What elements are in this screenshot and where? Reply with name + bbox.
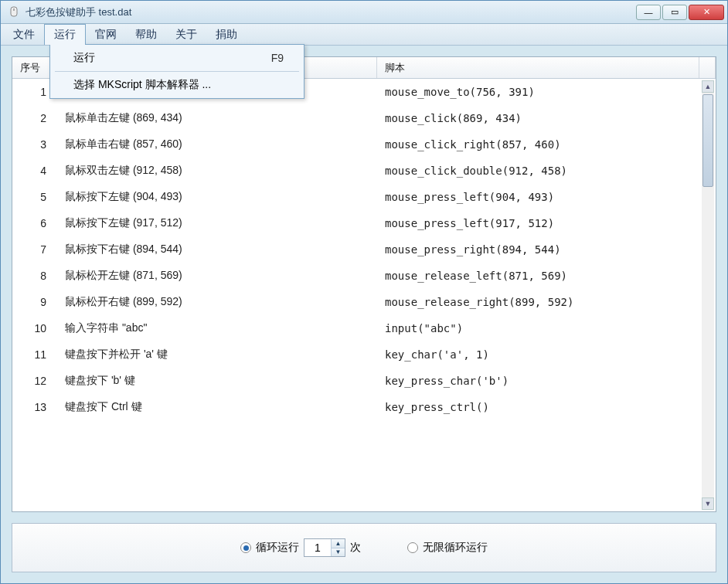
row-script: mouse_press_left(917, 512)	[377, 217, 716, 229]
menu-website[interactable]: 官网	[86, 24, 126, 45]
app-window: 七彩色按键助手 test.dat — ▭ ✕ 文件 运行 官网 帮助 关于 捐助…	[0, 0, 728, 584]
vertical-scrollbar[interactable]: ▲ ▼	[702, 80, 714, 510]
row-index: 10	[12, 322, 57, 334]
row-script: key_char('a', 1)	[377, 348, 716, 361]
svg-rect-0	[11, 7, 17, 16]
row-index: 2	[12, 112, 57, 124]
row-action: 鼠标双击左键 (912, 458)	[57, 164, 377, 178]
table-row[interactable]: 6鼠标按下左键 (917, 512)mouse_press_left(917, …	[12, 210, 716, 236]
row-action: 鼠标单击左键 (869, 434)	[57, 111, 377, 125]
menu-file[interactable]: 文件	[4, 24, 44, 45]
row-index: 6	[12, 217, 57, 229]
loop-count-input[interactable]	[304, 539, 331, 556]
menu-run[interactable]: 运行	[44, 24, 86, 45]
footer-panel: 循环运行 ▲ ▼ 次 无限循环运行	[12, 523, 716, 572]
row-action: 鼠标按下左键 (904, 493)	[57, 190, 377, 204]
row-action: 键盘按下并松开 'a' 键	[57, 348, 377, 362]
titlebar[interactable]: 七彩色按键助手 test.dat — ▭ ✕	[1, 1, 727, 24]
window-controls: — ▭ ✕	[636, 5, 724, 20]
row-script: key_press_char('b')	[377, 375, 716, 387]
table-row[interactable]: 7鼠标按下右键 (894, 544)mouse_press_right(894,…	[12, 236, 716, 263]
row-index: 13	[12, 401, 57, 413]
scroll-thumb[interactable]	[702, 94, 713, 187]
app-icon	[9, 6, 21, 19]
table-row[interactable]: 13键盘按下 Ctrl 键key_press_ctrl()	[12, 394, 716, 420]
loop-label-suffix: 次	[350, 541, 361, 555]
maximize-button[interactable]: ▭	[662, 5, 687, 20]
loop-label-prefix: 循环运行	[256, 541, 299, 555]
dropdown-run-label: 运行	[73, 51, 95, 65]
dropdown-select-interpreter[interactable]: 选择 MKScript 脚本解释器 ...	[52, 73, 302, 97]
menu-donate[interactable]: 捐助	[206, 24, 247, 45]
table-row[interactable]: 4鼠标双击左键 (912, 458)mouse_click_double(912…	[12, 158, 716, 184]
close-button[interactable]: ✕	[689, 5, 724, 20]
run-dropdown: 运行 F9 选择 MKScript 脚本解释器 ...	[49, 44, 304, 99]
row-script: mouse_move_to(756, 391)	[377, 86, 716, 98]
dropdown-run-shortcut: F9	[271, 52, 284, 64]
header-scroll-spacer	[699, 57, 716, 78]
header-script[interactable]: 脚本	[377, 57, 699, 78]
row-index: 9	[12, 296, 57, 308]
table-row[interactable]: 9鼠标松开右键 (899, 592)mouse_release_right(89…	[12, 289, 716, 315]
scroll-down-button[interactable]: ▼	[702, 497, 714, 510]
row-script: mouse_press_right(894, 544)	[377, 243, 716, 256]
row-action: 鼠标单击右键 (857, 460)	[57, 138, 377, 151]
row-index: 12	[12, 375, 57, 387]
scroll-up-button[interactable]: ▲	[702, 80, 714, 93]
loop-count-spinner[interactable]: ▲ ▼	[304, 538, 345, 557]
row-index: 7	[12, 243, 57, 256]
row-script: key_press_ctrl()	[377, 401, 716, 413]
row-index: 3	[12, 138, 57, 151]
row-script: mouse_release_left(871, 569)	[377, 270, 716, 282]
table-row[interactable]: 11键盘按下并松开 'a' 键key_char('a', 1)	[12, 341, 716, 368]
row-index: 4	[12, 165, 57, 177]
row-index: 8	[12, 270, 57, 282]
menu-help[interactable]: 帮助	[126, 24, 166, 45]
table-row[interactable]: 2鼠标单击左键 (869, 434)mouse_click(869, 434)	[12, 105, 716, 131]
svg-rect-1	[13, 8, 15, 11]
table-row[interactable]: 3鼠标单击右键 (857, 460)mouse_click_right(857,…	[12, 131, 716, 158]
row-script: mouse_press_left(904, 493)	[377, 191, 716, 203]
dropdown-separator	[55, 71, 299, 72]
row-action: 鼠标松开右键 (899, 592)	[57, 295, 377, 309]
content-area: 序号 脚本 1mouse_move_to(756, 391)2鼠标单击左键 (8…	[1, 46, 727, 583]
minimize-button[interactable]: —	[636, 5, 661, 20]
row-script: input("abc")	[377, 322, 716, 334]
table-row[interactable]: 10输入字符串 "abc"input("abc")	[12, 315, 716, 341]
row-index: 5	[12, 191, 57, 203]
row-action: 鼠标松开左键 (871, 569)	[57, 269, 377, 283]
menubar: 文件 运行 官网 帮助 关于 捐助	[1, 24, 727, 46]
spinner-down[interactable]: ▼	[332, 548, 345, 557]
menu-about[interactable]: 关于	[166, 24, 206, 45]
script-table: 序号 脚本 1mouse_move_to(756, 391)2鼠标单击左键 (8…	[12, 56, 716, 512]
dropdown-run[interactable]: 运行 F9	[52, 46, 302, 70]
infinite-loop-group[interactable]: 无限循环运行	[407, 541, 488, 555]
row-action: 鼠标按下左键 (917, 512)	[57, 216, 377, 230]
table-row[interactable]: 8鼠标松开左键 (871, 569)mouse_release_left(871…	[12, 263, 716, 289]
row-action: 键盘按下 Ctrl 键	[57, 400, 377, 414]
loop-count-radio[interactable]	[240, 542, 251, 553]
row-action: 输入字符串 "abc"	[57, 321, 377, 335]
row-script: mouse_release_right(899, 592)	[377, 296, 716, 308]
table-body: 1mouse_move_to(756, 391)2鼠标单击左键 (869, 43…	[12, 79, 716, 511]
window-title: 七彩色按键助手 test.dat	[26, 5, 636, 19]
row-script: mouse_click_double(912, 458)	[377, 165, 716, 177]
dropdown-select-interpreter-label: 选择 MKScript 脚本解释器 ...	[73, 78, 211, 92]
infinite-loop-label: 无限循环运行	[423, 541, 488, 555]
row-script: mouse_click(869, 434)	[377, 112, 716, 124]
row-script: mouse_click_right(857, 460)	[377, 138, 716, 151]
table-row[interactable]: 5鼠标按下左键 (904, 493)mouse_press_left(904, …	[12, 184, 716, 210]
table-row[interactable]: 12键盘按下 'b' 键key_press_char('b')	[12, 368, 716, 394]
spinner-up[interactable]: ▲	[332, 539, 345, 548]
row-action: 鼠标按下右键 (894, 544)	[57, 243, 377, 256]
row-action: 键盘按下 'b' 键	[57, 374, 377, 388]
loop-count-group[interactable]: 循环运行 ▲ ▼ 次	[240, 538, 361, 557]
infinite-loop-radio[interactable]	[407, 542, 418, 553]
row-index: 11	[12, 348, 57, 361]
